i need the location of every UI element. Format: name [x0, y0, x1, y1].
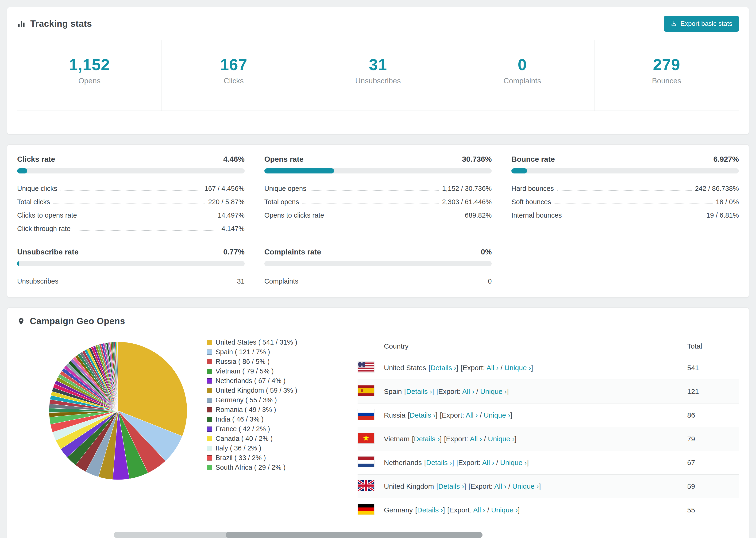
legend-item-india: India ( 46 / 3% ): [207, 414, 357, 424]
legend-label: Canada ( 40 / 2% ): [216, 435, 273, 443]
legend-swatch: [207, 407, 212, 412]
legend-item-canada: Canada ( 40 / 2% ): [207, 434, 357, 443]
rate-row: Total opens2,303 / 61.446%: [264, 192, 492, 206]
export-label: Export:: [446, 435, 470, 443]
rate-row-value: 4.147%: [221, 225, 244, 233]
geo-content: United States ( 541 / 31% )Spain ( 121 /…: [7, 332, 749, 536]
details-link[interactable]: Details ›: [430, 364, 456, 372]
details-link[interactable]: Details ›: [426, 459, 452, 466]
stat-value: 0: [450, 55, 594, 74]
export-unique-link[interactable]: Unique ›: [505, 364, 531, 372]
dotted-leader: [302, 283, 485, 283]
bracket: ]: [539, 482, 541, 490]
export-unique-link[interactable]: Unique ›: [484, 411, 510, 419]
export-all-link[interactable]: All ›: [470, 435, 482, 443]
legend-item-france: France ( 42 / 2% ): [207, 424, 357, 434]
export-unique-link[interactable]: Unique ›: [491, 506, 518, 514]
bracket: [: [412, 435, 414, 443]
slash: /: [485, 506, 491, 514]
rate-title: Complaints rate: [264, 248, 321, 256]
country-total: 55: [687, 498, 739, 522]
rate-row-label: Unsubscribes: [17, 278, 58, 285]
rate-progress-bar: [264, 168, 492, 174]
legend-label: Russia ( 86 / 5% ): [216, 358, 270, 365]
rate-row: Clicks to opens rate14.497%: [17, 206, 244, 219]
rate-row: Unique clicks167 / 4.456%: [17, 179, 244, 192]
tracking-stats-header: Tracking stats Export basic stats: [7, 7, 749, 38]
details-link[interactable]: Details ›: [414, 435, 440, 443]
legend-label: United States ( 541 / 31% ): [216, 339, 297, 346]
details-link[interactable]: Details ›: [410, 411, 436, 419]
export-unique-link[interactable]: Unique ›: [512, 482, 539, 490]
bracket: ]: [464, 482, 466, 490]
export-all-link[interactable]: All ›: [494, 482, 507, 490]
legend-item-romania: Romania ( 49 / 3% ): [207, 405, 357, 414]
bracket: ]: [527, 459, 529, 466]
rate-row-label: Internal bounces: [512, 211, 562, 219]
rate-row: Soft bounces18 / 0%: [512, 192, 739, 206]
slash: /: [482, 435, 488, 443]
export-all-link[interactable]: All ›: [486, 364, 499, 372]
bracket: ]: [456, 364, 458, 372]
export-all-link[interactable]: All ›: [482, 459, 495, 466]
details-link[interactable]: Details ›: [417, 506, 443, 514]
stat-label: Clicks: [162, 77, 306, 85]
country-total: 541: [687, 356, 739, 380]
export-all-link[interactable]: All ›: [462, 388, 474, 395]
export-all-link[interactable]: All ›: [465, 411, 478, 419]
legend-swatch: [207, 350, 212, 355]
rate-value: 6.927%: [713, 155, 739, 164]
dotted-leader: [62, 283, 234, 283]
legend-label: Romania ( 49 / 3% ): [216, 406, 276, 413]
country-name: United Kingdom: [384, 482, 434, 490]
legend-label: France ( 42 / 2% ): [216, 425, 270, 433]
country-total: 86: [687, 404, 739, 427]
rate-block-clicks-rate: Clicks rate4.46%Unique clicks167 / 4.456…: [17, 155, 244, 233]
geo-table-header-total: Total: [687, 337, 739, 356]
legend-swatch: [207, 378, 212, 384]
legend-swatch: [207, 426, 212, 432]
stats-row: 1,152Opens167Clicks31Unsubscribes0Compla…: [17, 40, 739, 111]
legend-item-spain: Spain ( 121 / 7% ): [207, 347, 357, 357]
details-link[interactable]: Details ›: [438, 482, 464, 490]
rate-title: Unsubscribe rate: [17, 248, 79, 256]
dotted-leader: [61, 190, 201, 190]
country-name: Vietnam: [384, 435, 410, 443]
legend-label: Netherlands ( 67 / 4% ): [216, 377, 286, 385]
export-basic-stats-button[interactable]: Export basic stats: [664, 16, 739, 32]
flag-vn-icon: [357, 433, 374, 444]
scrollbar-thumb[interactable]: [226, 532, 482, 538]
rate-row-value: 2,303 / 61.446%: [442, 198, 492, 206]
bar-chart-icon: [17, 20, 26, 28]
legend-label: Italy ( 36 / 2% ): [216, 444, 261, 452]
stat-box-complaints: 0Complaints: [450, 40, 595, 111]
geo-table-row-netherlands: Netherlands[Details ›][Export: All › / U…: [357, 451, 739, 475]
geo-card: Campaign Geo Opens United States ( 541 /…: [7, 307, 749, 538]
legend-item-united-states: United States ( 541 / 31% ): [207, 338, 357, 347]
bracket: ]: [531, 364, 533, 372]
export-label: Export:: [458, 459, 482, 466]
export-unique-link[interactable]: Unique ›: [480, 388, 507, 395]
dotted-leader: [302, 203, 439, 204]
flag-es-icon: [357, 385, 374, 396]
slash: /: [499, 364, 505, 372]
rate-row-label: Soft bounces: [512, 198, 551, 206]
export-all-link[interactable]: All ›: [473, 506, 485, 514]
export-unique-link[interactable]: Unique ›: [488, 435, 514, 443]
details-link[interactable]: Details ›: [406, 388, 432, 395]
stat-value: 279: [594, 55, 739, 74]
flag-de-icon: [357, 504, 374, 515]
rate-row-label: Opens to clicks rate: [264, 211, 324, 219]
map-pin-icon: [17, 317, 25, 326]
rate-value: 30.736%: [462, 155, 492, 164]
legend-label: Spain ( 121 / 7% ): [216, 348, 270, 356]
rate-block-opens-rate: Opens rate30.736%Unique opens1,152 / 30.…: [264, 155, 492, 233]
export-label: Export:: [470, 482, 495, 490]
export-unique-link[interactable]: Unique ›: [500, 459, 527, 466]
legend-label: India ( 46 / 3% ): [216, 415, 264, 423]
legend-swatch: [207, 340, 212, 345]
geo-table-header-country: Country: [384, 337, 687, 356]
export-basic-stats-label: Export basic stats: [680, 20, 732, 27]
horizontal-scrollbar[interactable]: [114, 532, 482, 538]
country-total: 59: [687, 475, 739, 498]
